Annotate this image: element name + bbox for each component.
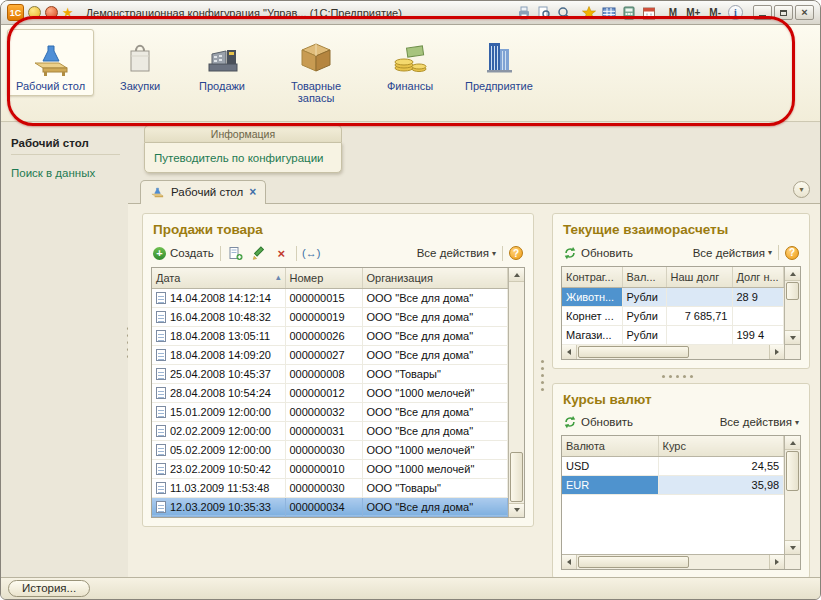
- table-cell[interactable]: [666, 325, 732, 344]
- table-cell[interactable]: ООО "1000 мелочей": [362, 383, 508, 402]
- create-button[interactable]: + Создать: [153, 247, 214, 260]
- panel-splitter-handle[interactable]: [552, 373, 810, 379]
- scroll-down-button[interactable]: [785, 540, 800, 554]
- scrollbar-thumb[interactable]: [786, 451, 799, 491]
- table-cell[interactable]: 000000030: [285, 440, 362, 459]
- tab-close-icon[interactable]: ×: [249, 187, 256, 197]
- vertical-scrollbar[interactable]: [784, 267, 800, 344]
- table-cell[interactable]: 24,55: [658, 456, 784, 475]
- table-cell[interactable]: 16.04.2008 10:48:32: [152, 307, 285, 326]
- column-header[interactable]: Валюта: [562, 436, 658, 456]
- scrollbar-track[interactable]: [785, 281, 800, 330]
- horizontal-scrollbar[interactable]: [562, 554, 800, 569]
- table-cell[interactable]: 000000026: [285, 326, 362, 345]
- column-header[interactable]: Вал...: [622, 267, 666, 287]
- table-cell[interactable]: Рубли: [622, 306, 666, 325]
- history-button[interactable]: История...: [8, 580, 90, 597]
- table-row[interactable]: 11.03.2009 11:53:48000000030ООО "Товары": [152, 478, 508, 497]
- settlements-all-actions-button[interactable]: Все действия ▾: [693, 247, 772, 259]
- table-cell[interactable]: ООО "1000 мелочей": [362, 459, 508, 478]
- table-cell[interactable]: 02.02.2009 12:00:00: [152, 421, 285, 440]
- scroll-up-button[interactable]: [785, 436, 800, 450]
- column-header[interactable]: Долг н...: [732, 267, 784, 287]
- section-desktop[interactable]: Рабочий стол: [7, 29, 94, 96]
- table-cell[interactable]: 000000032: [285, 402, 362, 421]
- table-cell[interactable]: 000000008: [285, 364, 362, 383]
- section-purchases[interactable]: Закупки: [104, 29, 176, 96]
- table-cell[interactable]: USD: [562, 456, 658, 475]
- scroll-right-button[interactable]: [769, 345, 784, 359]
- panel-splitter-handle[interactable]: [540, 213, 546, 579]
- table-cell[interactable]: ООО "Все для дома": [362, 288, 508, 307]
- column-header[interactable]: Организация: [362, 268, 508, 288]
- table-cell[interactable]: 7 685,71: [666, 306, 732, 325]
- scrollbar-track[interactable]: [785, 450, 800, 540]
- table-cell[interactable]: 000000030: [285, 478, 362, 497]
- favorites-star-icon[interactable]: ★: [62, 6, 74, 19]
- table-cell[interactable]: 000000010: [285, 459, 362, 478]
- table-cell[interactable]: EUR: [562, 475, 658, 494]
- scrollbar-thumb[interactable]: [510, 452, 523, 502]
- table-cell[interactable]: ООО "Все для дома": [362, 421, 508, 440]
- table-row[interactable]: 16.04.2008 10:48:32000000019ООО "Все для…: [152, 307, 508, 326]
- table-cell[interactable]: 000000015: [285, 288, 362, 307]
- table-cell[interactable]: ООО "Товары": [362, 478, 508, 497]
- memory-m-plus-button[interactable]: M+: [683, 6, 703, 19]
- table-cell[interactable]: Рубли: [622, 325, 666, 344]
- table-cell[interactable]: ООО "Все для дома": [362, 497, 508, 516]
- column-header[interactable]: Номер: [285, 268, 362, 288]
- table-row[interactable]: 28.04.2008 10:54:24000000012ООО "1000 ме…: [152, 383, 508, 402]
- quick-access-button[interactable]: [45, 6, 58, 19]
- table-icon[interactable]: [601, 4, 618, 21]
- table-row[interactable]: Магази...Рубли199 4: [562, 325, 784, 344]
- table-row[interactable]: Животн...Рубли28 9: [562, 287, 784, 306]
- scrollbar-thumb[interactable]: [578, 346, 689, 358]
- table-cell[interactable]: 23.02.2009 10:50:42: [152, 459, 285, 478]
- table-row[interactable]: 05.02.2009 12:00:00000000030ООО "1000 ме…: [152, 440, 508, 459]
- delete-button[interactable]: ×: [273, 245, 290, 261]
- scroll-up-button[interactable]: [509, 268, 524, 282]
- scroll-left-button[interactable]: [562, 555, 577, 569]
- currency-all-actions-button[interactable]: Все действия ▾: [720, 416, 799, 428]
- column-header[interactable]: Наш долг: [666, 267, 732, 287]
- settlements-refresh-button[interactable]: Обновить: [563, 246, 633, 260]
- table-cell[interactable]: ООО "Все для дома": [362, 326, 508, 345]
- scroll-left-button[interactable]: [562, 345, 577, 359]
- table-cell[interactable]: 12.03.2009 10:35:33: [152, 497, 285, 516]
- table-row[interactable]: 18.04.2008 13:05:11000000026ООО "Все для…: [152, 326, 508, 345]
- calendar-icon[interactable]: [641, 4, 658, 21]
- calculator-icon[interactable]: [621, 4, 638, 21]
- scrollbar-track[interactable]: [509, 282, 524, 503]
- table-row[interactable]: 14.04.2008 14:12:14000000015ООО "Все для…: [152, 288, 508, 307]
- add-favorite-icon[interactable]: [581, 4, 598, 21]
- maximize-button[interactable]: [774, 5, 793, 20]
- column-header[interactable]: Контраг...: [562, 267, 622, 287]
- section-finance[interactable]: Финансы: [374, 29, 446, 96]
- table-cell[interactable]: ООО "Товары": [362, 364, 508, 383]
- table-cell[interactable]: 000000031: [285, 421, 362, 440]
- table-row[interactable]: 23.02.2009 10:50:42000000010ООО "1000 ме…: [152, 459, 508, 478]
- scrollbar-thumb[interactable]: [786, 282, 799, 300]
- table-cell[interactable]: 25.04.2008 10:45:37: [152, 364, 285, 383]
- column-header[interactable]: Курс: [658, 436, 784, 456]
- scrollbar-thumb[interactable]: [578, 556, 689, 568]
- memory-m-minus-button[interactable]: M-: [706, 6, 724, 19]
- table-cell[interactable]: Корнет ...: [562, 306, 622, 325]
- sales-all-actions-button[interactable]: Все действия ▾: [417, 247, 496, 259]
- table-cell[interactable]: 14.04.2008 14:12:14: [152, 288, 285, 307]
- configuration-guide-link[interactable]: Путеводитель по конфигурации: [154, 152, 324, 164]
- search-icon[interactable]: [556, 4, 573, 21]
- memory-m-button[interactable]: M: [666, 6, 680, 19]
- table-cell[interactable]: ООО "Все для дома": [362, 345, 508, 364]
- table-cell[interactable]: 05.02.2009 12:00:00: [152, 440, 285, 459]
- about-info-button[interactable]: i: [728, 5, 743, 20]
- table-cell[interactable]: ООО "Все для дома": [362, 402, 508, 421]
- table-cell[interactable]: 000000034: [285, 497, 362, 516]
- table-cell[interactable]: Магази...: [562, 325, 622, 344]
- vertical-scrollbar[interactable]: [508, 268, 524, 517]
- currency-refresh-button[interactable]: Обновить: [563, 415, 633, 429]
- table-cell[interactable]: 000000012: [285, 383, 362, 402]
- scroll-right-button[interactable]: [769, 555, 784, 569]
- table-row[interactable]: 25.04.2008 10:45:37000000008ООО "Товары": [152, 364, 508, 383]
- table-row[interactable]: USD24,55: [562, 456, 784, 475]
